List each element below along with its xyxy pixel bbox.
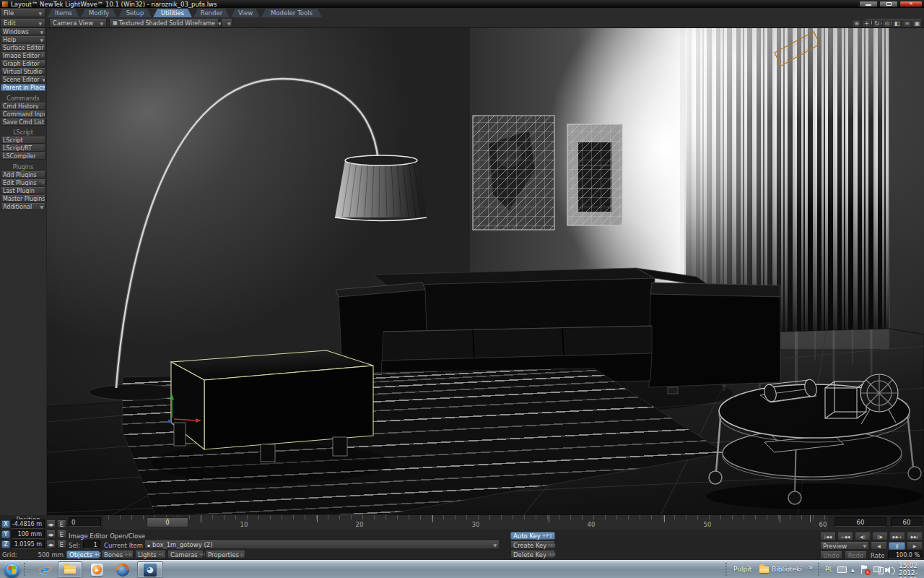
show-hidden-icons[interactable]: ▲ [851,567,855,572]
objects-button[interactable]: Objects+O [66,551,100,558]
restore-button[interactable] [879,1,898,7]
libraries-toolbar-label[interactable]: Biblioteki [772,566,802,573]
zoom-view-icon[interactable]: ⊙ [882,20,892,27]
language-indicator[interactable]: PL [825,566,832,573]
taskbar-lightwave-button[interactable]: ◕ [137,561,163,578]
sidebar-item-virtual-studio[interactable]: Virtual Studio [1,68,45,75]
sidebar-item-graph-editor[interactable]: Graph Editor^F2 [1,60,45,67]
preview-dropdown[interactable]: Preview▼ [820,542,869,550]
toolbar-overflow-chevron[interactable]: » [808,564,813,571]
move-view-icon[interactable]: ⊕ [852,20,861,27]
current-item-dropdown[interactable]: ▪ box_1m_gotowy (2) ▼ [144,540,500,549]
z-value-field[interactable]: 1.0195 m [12,540,45,549]
x-value-field[interactable]: -4.4816 m [12,519,45,529]
prev-key-button[interactable]: +◀◀ [837,532,853,540]
bones-button[interactable]: Bones+B [101,551,134,558]
shading-mode-dropdown[interactable]: ▦ Textured Shaded Solid Wireframe ▼ [109,19,219,27]
timeline-ruler[interactable]: 10 20 30 40 50 60 [103,515,828,530]
rate-field[interactable]: 100.0 % [888,551,923,559]
taskbar-firefox-button[interactable] [111,561,134,578]
tab-modify[interactable]: Modify [81,9,117,17]
y-spinner[interactable]: ◀▶ [46,530,56,538]
x-spinner[interactable]: ◀▶ [46,520,56,528]
title-bar[interactable]: Layout™ NewTek LightWave™ 10.1 (Win32) -… [0,0,924,8]
toolbar-grip[interactable] [725,563,728,576]
create-key-button[interactable]: Create Keyret [510,541,555,549]
sidebar-item-last-plugin[interactable]: Last Plugin [1,187,45,194]
sidebar-item-additional[interactable]: Additional▼ [1,203,45,210]
action-center-icon[interactable] [861,565,869,574]
sidebar-item-image-editor[interactable]: Image EditorF6 [1,52,45,59]
undo-button[interactable]: Undo [820,551,842,559]
last-frame-field[interactable]: 60 [891,517,923,527]
rotate-view-icon[interactable]: ↻ [872,20,881,27]
desktop-toolbar-label[interactable]: Pulpit [733,566,751,573]
sidebar-item-add-plugins[interactable]: Add Plugins [1,171,45,178]
sidebar-item-edit-plugins[interactable]: Edit Plugins^F11 [1,179,45,186]
sidebar-item-master-plugins[interactable]: Master Plugins^Q [1,195,45,202]
sidebar-item-windows[interactable]: Windows▼ [1,28,45,35]
taskbar-wmp-button[interactable]: ▶ [85,561,108,578]
lights-button[interactable]: Lights+L [135,551,166,558]
end-frame-field[interactable]: 60 [834,517,886,527]
auto-key-button[interactable]: Auto Key+F1 [510,532,555,540]
z-spinner[interactable]: ◀▶ [46,540,56,548]
z-envelope-button[interactable]: E [57,540,66,548]
file-menu[interactable]: File▼ [0,9,45,17]
pan-view-icon[interactable]: + [862,20,871,27]
tab-items[interactable]: Items [48,9,79,17]
sidebar-item-save-cmd-list[interactable]: Save Cmd List [1,118,45,126]
edit-menu[interactable]: Edit▼ [0,19,45,27]
taskbar-grip[interactable] [24,563,27,576]
minimize-button[interactable] [859,1,878,7]
current-frame-field[interactable]: 0 [69,517,101,527]
network-tray-icon[interactable] [873,566,884,574]
viewport-3d-scene[interactable] [47,28,924,515]
frame-slider-handle[interactable]: ▲ 0 [147,517,188,527]
x-axis-button[interactable]: X [1,520,10,528]
tab-view[interactable]: View [231,9,260,17]
play-reverse-button[interactable]: ◀ [871,542,887,550]
tab-utilities[interactable]: Utilities [153,9,192,17]
y-value-field[interactable]: 100 mm [12,530,45,539]
y-axis-button[interactable]: Y [1,530,10,538]
play-button[interactable]: ▶ [907,542,923,550]
taskbar-ie-button[interactable]: e [32,561,55,578]
tray-grip[interactable] [818,563,821,576]
go-end-button[interactable]: ▶▶| [907,532,923,540]
sidebar-item-lscript-rt[interactable]: LScript/RT [1,144,45,152]
pause-button[interactable]: || [889,542,905,550]
go-start-button[interactable]: |◀◀ [820,532,836,540]
taskbar-explorer-button[interactable] [58,561,82,578]
tab-render[interactable]: Render [193,9,230,17]
tab-setup[interactable]: Setup [118,9,152,17]
properties-button[interactable]: Propertiesp [205,551,245,558]
libraries-folder-icon[interactable] [759,566,769,573]
select-view-icon[interactable]: ◧ [892,20,902,27]
sidebar-item-surface-editor[interactable]: Surface EditorF5 [1,44,45,51]
cameras-button[interactable]: Cameras+C [167,551,204,558]
tab-modeler-tools[interactable]: Modeler Tools [261,9,322,17]
prev-frame-button[interactable]: ◀|| [855,532,871,540]
sidebar-item-lscript[interactable]: LScript [1,137,45,144]
sidebar-item-lscompiler[interactable]: LSCompiler [1,152,45,160]
keyboard-tray-icon[interactable] [837,566,847,573]
next-frame-button[interactable]: ||▶ [872,532,888,540]
start-button[interactable] [4,561,20,578]
extra-dropdown[interactable]: ▼ [221,19,232,27]
x-envelope-button[interactable]: E [57,520,66,528]
sidebar-item-scene-editor[interactable]: Scene Editor▼ [1,76,45,83]
y-envelope-button[interactable]: E [57,530,66,538]
sidebar-item-command-input[interactable]: Command Input [1,111,45,118]
redo-button[interactable]: Redo [845,551,867,559]
sidebar-item-parent-in-place[interactable]: Parent in Place [1,84,45,91]
tray-clock[interactable]: 15:02 2012-06-01 [894,562,923,578]
menu-view-icon[interactable]: ≡ [902,20,912,27]
z-axis-button[interactable]: Z [1,540,10,548]
view-mode-dropdown[interactable]: Camera View▼ [49,19,107,27]
sidebar-item-help[interactable]: Help▼ [1,36,45,43]
maximize-view-icon[interactable]: ▣ [912,20,922,27]
close-button[interactable]: × [899,1,923,7]
next-key-button[interactable]: ▶▶+ [889,532,905,540]
sidebar-item-cmd-history[interactable]: Cmd History [1,103,45,110]
